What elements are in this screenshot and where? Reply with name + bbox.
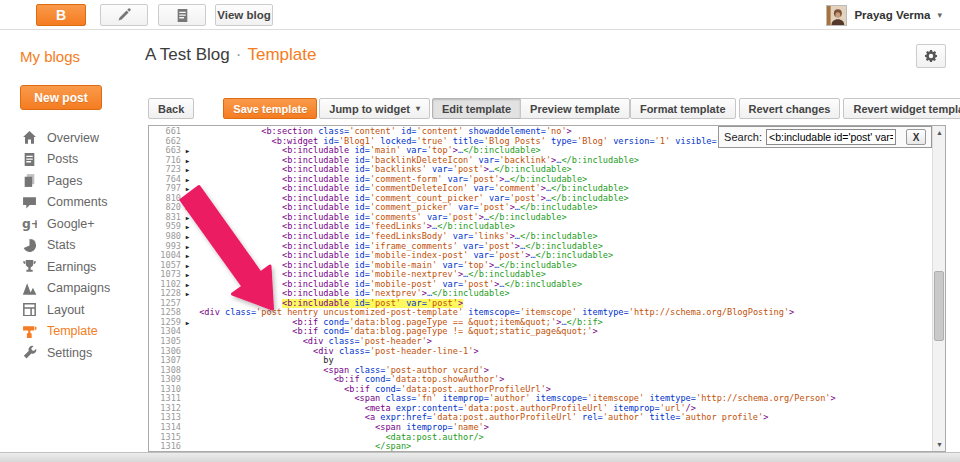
new-post-button[interactable]: New post	[20, 85, 102, 110]
sidebar-item-label: Posts	[47, 152, 78, 166]
code-fold-toggle[interactable]: ▶	[181, 203, 194, 213]
code-fold-toggle[interactable]: ▶	[181, 289, 194, 299]
scroll-up-arrow-icon[interactable]: ▲	[933, 126, 946, 139]
code-text: <b:includable id='iframe_comments' var='…	[194, 242, 932, 252]
fold-slot	[181, 327, 194, 337]
back-button[interactable]: Back	[148, 98, 194, 119]
code-fold-toggle[interactable]: ▶	[181, 251, 194, 261]
fold-slot	[181, 347, 194, 357]
code-line: 1310<b:if cond='data:post.authorProfileU…	[149, 385, 932, 395]
code-line: 1305<div class='post-header'>	[149, 337, 932, 347]
my-blogs-link[interactable]: My blogs	[20, 48, 80, 65]
horizontal-scrollbar-strip[interactable]	[0, 452, 960, 462]
preview-template-button[interactable]: Preview template	[520, 98, 630, 119]
code-text: <b:includable id='mobile-nextprev'>…</b:…	[194, 270, 932, 280]
scrollbar-thumb[interactable]	[934, 271, 944, 341]
sidebar-item-settings[interactable]: Settings	[0, 342, 145, 364]
fold-slot	[181, 404, 194, 414]
code-line: 1304<b:if cond='data:blog.pageType != &q…	[149, 327, 932, 337]
code-line: 1004▶<b:includable id='mobile-index-post…	[149, 251, 932, 261]
code-line: 1316</span>	[149, 442, 932, 452]
user-account-menu[interactable]: Prayag Verma ▾	[826, 4, 942, 26]
code-text: <b:includable id='mobile-post' var='post…	[194, 280, 932, 290]
sidebar-item-google[interactable]: Google+	[0, 213, 145, 235]
fold-slot	[181, 337, 194, 347]
code-text: <span class='fn' itemprop='author' items…	[194, 394, 932, 404]
code-fold-toggle[interactable]: ▶	[181, 165, 194, 175]
format-template-button[interactable]: Format template	[630, 98, 736, 119]
code-line: 1315<data:post.author/>	[149, 433, 932, 443]
code-text: <b:if cond='data:blog.pageType != &quot;…	[194, 327, 932, 337]
revert-changes-button[interactable]: Revert changes	[739, 98, 841, 119]
sidebar-item-label: Campaigns	[47, 281, 110, 295]
code-text: <b:includable id='comments' var='post'>……	[194, 213, 932, 223]
blog-name: A Test Blog	[145, 45, 230, 64]
edit-template-button[interactable]: Edit template	[432, 98, 521, 119]
save-template-button[interactable]: Save template	[223, 98, 317, 119]
code-fold-toggle[interactable]: ▶	[181, 232, 194, 242]
view-blog-button[interactable]: View blog	[215, 4, 273, 26]
sidebar-item-stats[interactable]: Stats	[0, 235, 145, 257]
sidebar-item-pages[interactable]: Pages	[0, 170, 145, 192]
code-text: <div class='post-header-line-1'>	[194, 347, 932, 357]
sidebar-item-label: Stats	[47, 238, 76, 252]
scroll-down-arrow-icon[interactable]: ▼	[933, 438, 946, 451]
code-fold-toggle[interactable]: ▶	[181, 194, 194, 204]
code-line: 723▶<b:includable id='backlinks' var='po…	[149, 165, 932, 175]
code-text: <meta expr:content='data:post.authorProf…	[194, 404, 932, 414]
code-fold-toggle[interactable]: ▶	[181, 156, 194, 166]
chevron-down-icon: ▾	[416, 104, 420, 113]
code-fold-toggle[interactable]: ▶	[181, 146, 194, 156]
code-fold-toggle[interactable]: ▶	[181, 222, 194, 232]
code-fold-toggle[interactable]: ▶	[181, 261, 194, 271]
code-fold-toggle[interactable]: ▶	[181, 242, 194, 252]
code-line: 1257<b:includable id='post' var='post'>	[149, 299, 932, 309]
code-text: <a expr:href='data:post.authorProfileUrl…	[194, 413, 932, 423]
fold-slot	[181, 375, 194, 385]
revert-widget-templates-to-default-button[interactable]: Revert widget templates to default	[843, 98, 960, 119]
home-icon	[22, 130, 37, 145]
documents-icon	[175, 8, 190, 23]
jump-to-widget-dropdown[interactable]: Jump to widget▾	[319, 98, 430, 119]
sidebar-item-template[interactable]: Template	[0, 321, 145, 343]
code-text: <b:includable id='nextprev'>…</b:includa…	[194, 289, 932, 299]
sidebar-item-overview[interactable]: Overview	[0, 127, 145, 149]
sidebar-item-layout[interactable]: Layout	[0, 299, 145, 321]
code-fold-toggle[interactable]: ▶	[181, 184, 194, 194]
sidebar-item-comments[interactable]: Comments	[0, 192, 145, 214]
code-line: 1314<span itemprop='name'>	[149, 423, 932, 433]
template-code-editor[interactable]: 661<b:section class='content' id='conten…	[148, 125, 946, 452]
sidebar-nav: OverviewPostsPagesCommentsGoogle+StatsEa…	[0, 127, 145, 364]
code-fold-toggle[interactable]: ▶	[181, 280, 194, 290]
post-list-icon-button[interactable]	[158, 4, 206, 26]
settings-gear-button[interactable]	[916, 44, 946, 68]
code-fold-toggle[interactable]: ▶	[181, 318, 194, 328]
code-text: <b:if cond='data:post.authorProfileUrl'>	[194, 385, 932, 395]
vertical-scrollbar[interactable]: ▲ ▼	[932, 126, 945, 451]
comments-icon	[22, 195, 37, 210]
code-fold-toggle[interactable]: ▶	[181, 213, 194, 223]
sidebar-item-earnings[interactable]: Earnings	[0, 256, 145, 278]
sidebar-item-campaigns[interactable]: Campaigns	[0, 278, 145, 300]
new-post-icon-button[interactable]	[100, 4, 148, 26]
code-text: <b:includable id='mobile-index-post' var…	[194, 251, 932, 261]
search-close-button[interactable]: X	[906, 129, 926, 145]
fold-slot	[181, 394, 194, 404]
fold-slot	[181, 127, 194, 137]
user-name: Prayag Verma	[854, 9, 930, 21]
search-overlay: Search: X	[718, 126, 932, 148]
toolbar-spacer	[194, 98, 223, 119]
top-bar: B View blog Prayag Verma ▾	[0, 0, 960, 30]
code-fold-toggle[interactable]: ▶	[181, 270, 194, 280]
code-line: 1057▶<b:includable id='mobile-main' var=…	[149, 261, 932, 271]
code-fold-toggle[interactable]: ▶	[181, 175, 194, 185]
fold-slot	[181, 299, 194, 309]
search-input[interactable]	[766, 129, 896, 145]
blogger-logo-button[interactable]: B	[36, 4, 86, 26]
sidebar-item-posts[interactable]: Posts	[0, 149, 145, 171]
code-text: <span itemprop='name'>	[194, 423, 932, 433]
code-text: <b:includable id='mobile-main' var='top'…	[194, 261, 932, 271]
sidebar-item-label: Overview	[47, 131, 99, 145]
code-line: 1259▶<b:if cond='data:blog.pageType == &…	[149, 318, 932, 328]
blogger-logo-icon: B	[56, 7, 66, 23]
